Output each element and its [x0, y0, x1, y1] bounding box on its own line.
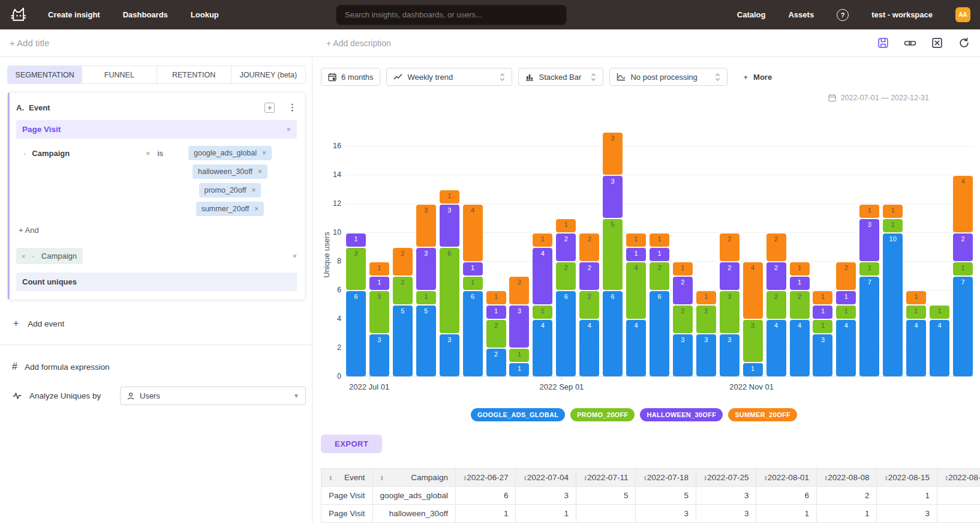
export-button[interactable]: EXPORT [321, 435, 382, 453]
bar-segment[interactable]: 1 [556, 219, 576, 232]
add-title-button[interactable]: + Add title [10, 38, 49, 48]
post-processing-select[interactable]: No post processing [609, 68, 728, 86]
help-icon[interactable]: ? [837, 9, 849, 21]
remove-value-icon[interactable]: × [262, 149, 266, 157]
bar-segment[interactable]: 3 [603, 176, 623, 218]
bar-2022-10-10[interactable]: 321 [696, 291, 716, 376]
bar-segment[interactable]: 4 [533, 248, 552, 304]
add-filter-icon[interactable]: + [264, 103, 275, 113]
bar-segment[interactable]: 2 [650, 262, 669, 290]
bar-segment[interactable]: 6 [440, 248, 459, 333]
column-header[interactable]: ▲▼2022-06-27 [455, 469, 516, 487]
bar-segment[interactable]: 2 [509, 277, 529, 304]
column-header[interactable]: ▲▼2022-07-11 [576, 469, 636, 487]
bar-segment[interactable]: 1 [883, 205, 903, 218]
bar-segment[interactable]: 4 [930, 320, 949, 376]
add-and-condition[interactable]: + And [19, 226, 297, 235]
remove-filter-icon[interactable]: × [146, 149, 151, 158]
bar-segment[interactable]: 4 [743, 262, 763, 319]
bar-segment[interactable]: 2 [953, 233, 973, 261]
bar-segment[interactable]: 2 [720, 233, 739, 261]
bar-2022-10-31[interactable]: 4222 [766, 233, 786, 376]
bar-segment[interactable]: 1 [930, 306, 949, 319]
search-input[interactable] [336, 5, 567, 25]
column-header[interactable]: ▲▼2022-07-18 [636, 469, 696, 487]
bar-segment[interactable]: 1 [813, 306, 832, 319]
clear-button[interactable] [930, 37, 943, 50]
nav-item-catalog[interactable]: Catalog [737, 10, 766, 19]
column-header[interactable]: ▲▼2022-07-25 [696, 469, 756, 487]
column-header[interactable]: ▲▼2022-08-15 [877, 469, 937, 487]
bar-segment[interactable]: 3 [720, 334, 739, 376]
analyze-by-select[interactable]: Users ▼ [120, 387, 306, 405]
column-header[interactable]: ▲▼2022-07-04 [516, 469, 576, 487]
bar-segment[interactable]: 2 [766, 233, 786, 261]
filter-operator[interactable]: is [158, 149, 163, 158]
bar-2022-12-12[interactable]: 411 [906, 291, 926, 376]
bar-2022-07-18[interactable]: 5133 [416, 205, 436, 376]
bar-segment[interactable]: 1 [650, 248, 669, 261]
filter-property[interactable]: Campaign [32, 149, 70, 158]
avatar[interactable]: AA [955, 7, 970, 22]
remove-breakdown-icon[interactable]: × [22, 253, 25, 260]
bar-2022-09-19[interactable]: 4411 [626, 233, 646, 376]
bar-segment[interactable]: 2 [836, 262, 856, 290]
bar-segment[interactable]: 6 [556, 291, 576, 376]
tab-funnel[interactable]: FUNNEL [82, 66, 156, 83]
column-header[interactable]: ▲▼2022-08-22 [937, 469, 980, 487]
legend-item[interactable]: HALLOWEEN_30OFF [640, 408, 723, 421]
bar-segment[interactable]: 2 [790, 291, 810, 319]
refresh-button[interactable] [957, 37, 970, 50]
bar-2022-07-04[interactable]: 3311 [369, 262, 389, 376]
bar-segment[interactable]: 2 [393, 248, 413, 276]
bar-segment[interactable]: 1 [836, 291, 856, 304]
bar-segment[interactable]: 1 [463, 277, 483, 290]
bar-segment[interactable]: 4 [790, 320, 810, 376]
bar-segment[interactable]: 2 [556, 233, 576, 261]
bar-2022-12-26[interactable]: 7124 [953, 176, 973, 376]
bar-2022-10-17[interactable]: 3322 [720, 233, 739, 376]
time-window-button[interactable]: 6 months [321, 68, 380, 86]
bar-segment[interactable]: 5 [393, 306, 413, 376]
bar-segment[interactable]: 1 [859, 262, 879, 276]
tab-retention[interactable]: RETENTION [157, 66, 231, 83]
bar-segment[interactable]: 1 [813, 291, 832, 304]
add-event-button[interactable]: + Add event [13, 318, 306, 329]
bar-segment[interactable]: 2 [696, 306, 716, 333]
bar-segment[interactable]: 5 [603, 219, 623, 290]
bar-segment[interactable]: 3 [346, 248, 366, 290]
trend-select[interactable]: Weekly trend [386, 68, 512, 86]
legend-item[interactable]: PROMO_20OFF [570, 408, 635, 421]
bar-segment[interactable]: 2 [486, 349, 506, 376]
bar-segment[interactable]: 2 [579, 233, 599, 261]
bar-segment[interactable]: 4 [626, 320, 646, 376]
workspace-name[interactable]: test - workspace [871, 10, 933, 19]
bar-segment[interactable]: 1 [790, 277, 810, 290]
filter-value-tag[interactable]: google_ads_global× [188, 146, 272, 160]
remove-value-icon[interactable]: × [254, 205, 258, 213]
bar-segment[interactable]: 1 [486, 306, 506, 319]
bar-segment[interactable]: 1 [463, 262, 483, 276]
bar-segment[interactable]: 3 [509, 306, 529, 348]
bar-segment[interactable]: 4 [626, 262, 646, 319]
bar-segment[interactable]: 4 [579, 320, 599, 376]
bar-segment[interactable]: 1 [696, 291, 716, 304]
bar-segment[interactable]: 1 [906, 291, 926, 304]
bar-segment[interactable]: 5 [416, 306, 436, 376]
bar-segment[interactable]: 6 [346, 291, 366, 376]
bar-2022-08-15[interactable]: 1132 [509, 277, 529, 376]
clear-breakdown-icon[interactable]: × [292, 251, 297, 260]
bar-2022-06-27[interactable]: 631 [346, 233, 366, 376]
bar-segment[interactable]: 3 [416, 205, 436, 247]
bar-segment[interactable]: 1 [440, 190, 459, 203]
bar-segment[interactable]: 1 [509, 349, 529, 362]
bar-segment[interactable]: 10 [883, 233, 903, 376]
kebab-menu-icon[interactable]: ⋮ [288, 102, 297, 113]
remove-value-icon[interactable]: × [258, 167, 262, 176]
bar-segment[interactable]: 7 [859, 277, 879, 376]
bar-segment[interactable]: 4 [463, 205, 483, 261]
bar-2022-12-05[interactable]: 1011 [883, 205, 903, 376]
bar-segment[interactable]: 1 [743, 363, 763, 376]
bar-segment[interactable]: 2 [556, 262, 576, 290]
bar-segment[interactable]: 3 [673, 334, 693, 376]
